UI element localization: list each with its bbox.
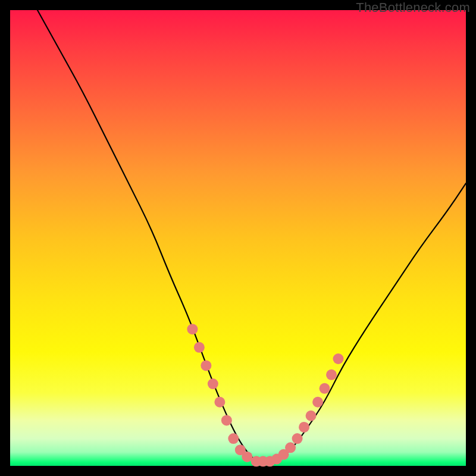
marker-dot <box>299 422 309 433</box>
marker-dot <box>194 342 205 353</box>
marker-dot <box>312 397 323 408</box>
bottleneck-curve <box>37 10 466 461</box>
marker-dot <box>326 369 337 380</box>
curve-layer <box>37 10 466 461</box>
marker-layer <box>187 324 343 466</box>
marker-dot <box>333 353 344 364</box>
marker-dot <box>187 324 198 334</box>
marker-dot <box>208 378 218 389</box>
marker-dot <box>306 411 317 421</box>
chart-svg <box>10 10 466 466</box>
marker-dot <box>242 452 252 462</box>
marker-dot <box>292 433 303 444</box>
marker-dot <box>320 383 330 394</box>
marker-dot <box>221 415 232 425</box>
marker-dot <box>285 442 296 453</box>
marker-dot <box>201 360 211 371</box>
marker-dot <box>228 433 239 444</box>
marker-dot <box>214 397 225 408</box>
